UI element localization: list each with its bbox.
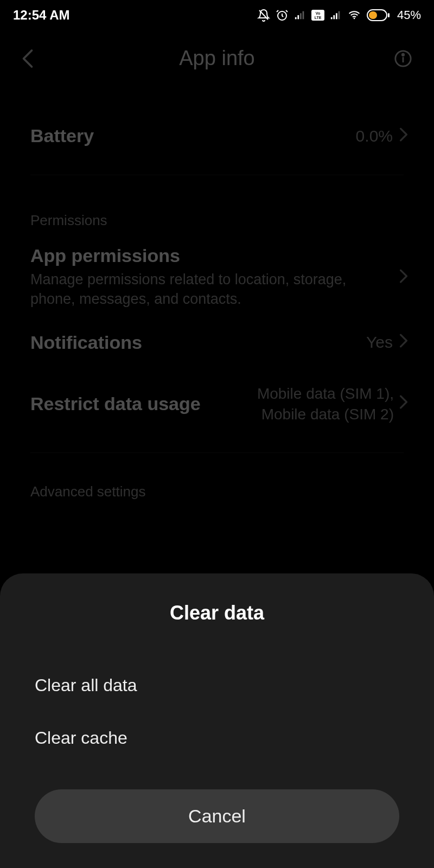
app-header: App info [0, 28, 434, 81]
svg-rect-4 [300, 13, 302, 19]
restrict-value-1: Mobile data (SIM 1), [257, 384, 394, 404]
battery-icon [367, 9, 390, 21]
notifications-label: Notifications [30, 332, 142, 353]
svg-text:LTE: LTE [315, 16, 322, 20]
divider [30, 175, 404, 175]
svg-point-18 [402, 54, 404, 55]
restrict-data-row[interactable]: Restrict data usage Mobile data (SIM 1),… [0, 368, 434, 440]
clear-data-dialog: Clear data Clear all data Clear cache Ca… [0, 573, 434, 868]
chevron-right-icon [399, 127, 408, 145]
divider [30, 452, 404, 453]
battery-label: Battery [30, 125, 94, 146]
cancel-button[interactable]: Cancel [35, 789, 399, 843]
page-content-dimmed: App info Battery 0.0% Permissions App pe… [0, 28, 434, 509]
signal-icon-1 [294, 9, 306, 21]
svg-rect-14 [369, 11, 377, 19]
battery-value: 0.0% [356, 127, 393, 145]
wifi-icon [347, 9, 361, 21]
app-permissions-row[interactable]: App permissions Manage permissions relat… [0, 238, 434, 317]
svg-rect-3 [297, 15, 299, 19]
svg-rect-5 [303, 11, 304, 20]
svg-rect-12 [339, 11, 340, 20]
svg-rect-15 [388, 13, 390, 17]
volte-icon: VoLTE [311, 10, 324, 21]
clear-all-data-option[interactable]: Clear all data [0, 659, 434, 712]
app-permissions-title: App permissions [30, 245, 388, 266]
status-bar: 12:54 AM VoLTE 45% [0, 0, 434, 28]
permissions-section-label: Permissions [0, 188, 434, 238]
advanced-section-label: Advanced settings [0, 466, 434, 509]
restrict-data-label: Restrict data usage [30, 393, 201, 414]
clear-cache-option[interactable]: Clear cache [0, 712, 434, 764]
status-time: 12:54 AM [13, 8, 69, 23]
svg-text:Vo: Vo [316, 11, 320, 15]
status-icons-group: VoLTE 45% [257, 8, 421, 22]
dialog-title: Clear data [0, 602, 434, 624]
chevron-right-icon [399, 269, 408, 285]
notifications-row[interactable]: Notifications Yes [0, 317, 434, 368]
back-icon[interactable] [22, 49, 43, 68]
page-title: App info [43, 47, 391, 70]
svg-rect-11 [336, 13, 337, 19]
notifications-value: Yes [366, 333, 393, 352]
svg-rect-2 [295, 17, 297, 20]
svg-rect-10 [333, 15, 335, 19]
restrict-value-2: Mobile data (SIM 2) [257, 404, 394, 425]
app-permissions-desc: Manage permissions related to location, … [30, 270, 388, 309]
do-not-disturb-icon [257, 9, 270, 22]
battery-percentage: 45% [397, 8, 421, 22]
svg-rect-9 [331, 17, 333, 20]
signal-icon-2 [330, 9, 342, 21]
chevron-right-icon [399, 333, 408, 352]
info-icon[interactable] [391, 49, 412, 68]
battery-row[interactable]: Battery 0.0% [0, 110, 434, 162]
chevron-right-icon [399, 394, 408, 414]
alarm-icon [276, 9, 289, 22]
svg-point-16 [395, 50, 411, 66]
